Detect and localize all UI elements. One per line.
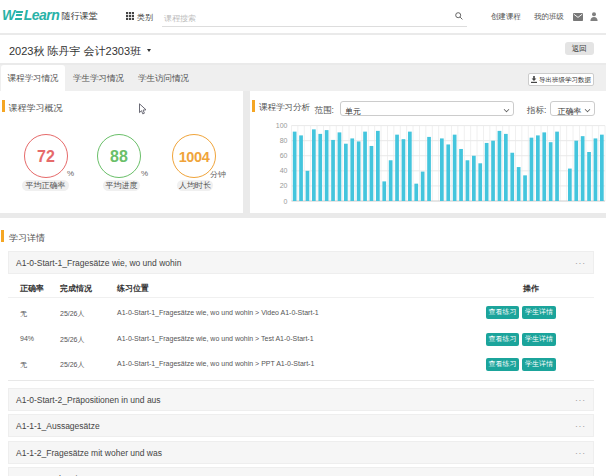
svg-text:60: 60 bbox=[280, 152, 288, 159]
svg-text:80: 80 bbox=[280, 137, 288, 144]
svg-text:0: 0 bbox=[284, 198, 288, 205]
svg-text:20: 20 bbox=[280, 182, 288, 189]
svg-text:100: 100 bbox=[276, 122, 288, 129]
svg-text:40: 40 bbox=[280, 167, 288, 174]
